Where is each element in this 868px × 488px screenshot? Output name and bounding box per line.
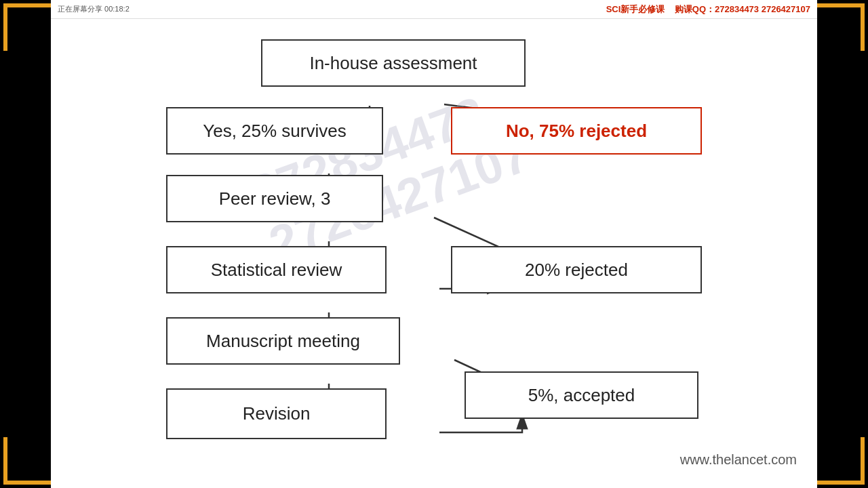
box-inhouse: In-house assessment <box>261 39 526 87</box>
corner-bracket-bl <box>3 437 51 485</box>
brand-label: SCI新手必修课 <box>606 4 665 14</box>
box-peer: Peer review, 3 <box>166 175 383 222</box>
peer-label: Peer review, 3 <box>219 188 331 209</box>
box-rejected-20: 20% rejected <box>451 246 702 293</box>
website-text: www.thelancet.com <box>680 452 797 468</box>
box-manuscript: Manuscript meeting <box>166 317 400 365</box>
diagram-area: 272834473 2726427107 In-hous <box>51 19 817 488</box>
accepted-label: 5%, accepted <box>528 385 635 406</box>
inhouse-label: In-house assessment <box>309 53 477 74</box>
box-revision: Revision <box>166 388 387 439</box>
revision-label: Revision <box>243 403 311 424</box>
top-bar: 正在屏幕分享 00:18:2 SCI新手必修课 购课QQ：272834473 2… <box>51 0 817 19</box>
box-no: No, 75% rejected <box>451 107 702 155</box>
corner-bracket-tr <box>817 3 865 51</box>
corner-bracket-tl <box>3 3 51 51</box>
brand-contact: SCI新手必修课 购课QQ：272834473 2726427107 <box>606 3 810 16</box>
box-accepted: 5%, accepted <box>465 371 698 419</box>
contact-label: 购课QQ：272834473 2726427107 <box>675 4 810 14</box>
rejected-20-label: 20% rejected <box>525 260 628 281</box>
no-label: No, 75% rejected <box>506 121 647 142</box>
box-yes: Yes, 25% survives <box>166 107 383 155</box>
yes-label: Yes, 25% survives <box>203 121 346 142</box>
statistical-label: Statistical review <box>211 260 342 281</box>
recording-text: 正在屏幕分享 00:18:2 <box>58 4 130 14</box>
corner-bracket-br <box>817 437 865 485</box>
manuscript-label: Manuscript meeting <box>206 331 360 352</box>
box-statistical: Statistical review <box>166 246 387 293</box>
